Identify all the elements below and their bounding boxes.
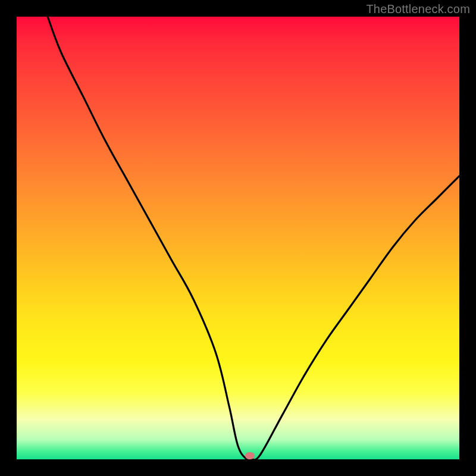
bottleneck-curve [17,17,459,459]
optimum-marker [245,452,255,459]
chart-frame: TheBottleneck.com [0,0,476,476]
plot-area [17,17,459,459]
watermark-text: TheBottleneck.com [366,2,470,16]
